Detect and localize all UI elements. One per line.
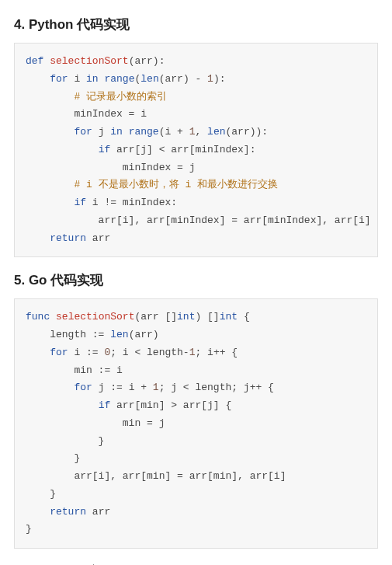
code-block-python: def selectionSort(arr): for i in range(l… (14, 43, 378, 257)
code-block-go: func selectionSort(arr []int) []int { le… (14, 298, 378, 549)
heading-python: 4. Python 代码实现 (14, 16, 378, 33)
heading-go: 5. Go 代码实现 (14, 271, 378, 289)
